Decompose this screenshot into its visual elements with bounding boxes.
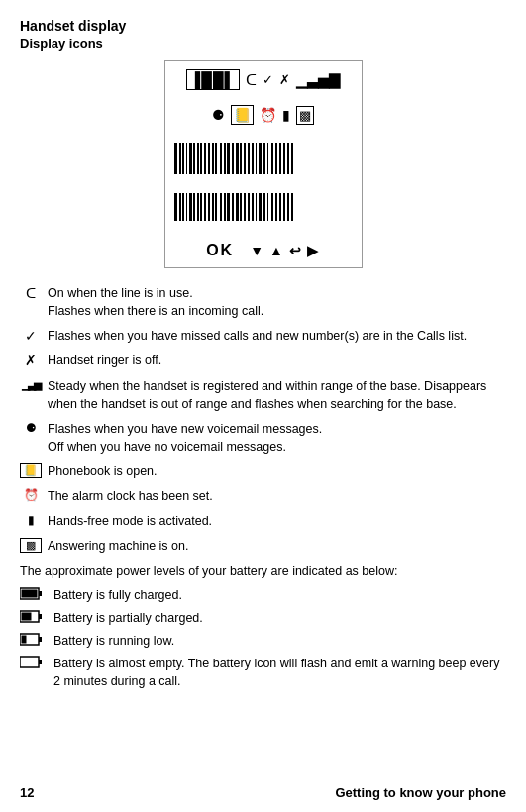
battery-partial-text: Battery is partially charged. bbox=[53, 609, 203, 627]
battery-row-empty: Battery is almost empty. The battery ico… bbox=[20, 655, 506, 690]
alarm-icon: ⏰ bbox=[260, 107, 276, 123]
desc-row-signal: ▁▃▅ Steady when the handset is registere… bbox=[20, 377, 506, 413]
svg-rect-9 bbox=[20, 657, 39, 667]
check-icon: ✓ bbox=[263, 72, 273, 87]
battery-empty-text: Battery is almost empty. The battery ico… bbox=[53, 655, 506, 690]
desc-ringer-icon: ✗ bbox=[20, 353, 42, 368]
nav-right-icon: ▶ bbox=[307, 243, 320, 258]
desc-row-answering: ▩ Answering machine is on. bbox=[20, 537, 506, 555]
desc-row-alarm: ⏰ The alarm clock has been set. bbox=[20, 487, 506, 505]
desc-handsfree-text: Hands-free mode is activated. bbox=[48, 512, 506, 530]
battery-row-partial: Battery is partially charged. bbox=[20, 609, 506, 627]
nav-down-icon: ▼ bbox=[250, 243, 265, 258]
icon-row-1: ▐██▌ ᑕ ✓ ✗ ▁▃▅▇ bbox=[186, 69, 341, 90]
ok-nav-row: OK ▼ ▲ ↩ ▶ bbox=[206, 242, 320, 259]
sub-heading: Display icons bbox=[20, 36, 506, 51]
desc-phone-text: On when the line is in use.Flashes when … bbox=[48, 284, 506, 320]
svg-rect-8 bbox=[22, 635, 27, 643]
answering-machine-icon: ▩ bbox=[296, 106, 314, 125]
battery-low-icon bbox=[20, 633, 48, 649]
desc-voicemail-icon: ⚈ bbox=[20, 421, 42, 435]
barcode-1 bbox=[174, 143, 353, 174]
desc-phonebook-text: Phonebook is open. bbox=[48, 462, 506, 480]
nav-arrows: ▼ ▲ ↩ ▶ bbox=[250, 243, 320, 258]
desc-phonebook-icon: 📒 bbox=[20, 463, 42, 478]
battery-full-icon bbox=[20, 587, 48, 603]
icon-row-2: ⚈ 📒 ⏰ ▮ ▩ bbox=[212, 105, 314, 125]
barcode-2 bbox=[174, 193, 353, 221]
svg-rect-1 bbox=[39, 591, 42, 596]
desc-signal-icon: ▁▃▅ bbox=[20, 378, 42, 391]
icon-descriptions: ᑕ On when the line is in use.Flashes whe… bbox=[20, 284, 506, 556]
battery-empty-icon bbox=[20, 656, 48, 671]
battery-intro-text: The approximate power levels of your bat… bbox=[20, 562, 506, 580]
desc-answering-text: Answering machine is on. bbox=[48, 537, 506, 555]
svg-rect-2 bbox=[22, 589, 38, 597]
battery-full-text: Battery is fully charged. bbox=[53, 586, 182, 604]
svg-rect-5 bbox=[22, 612, 32, 620]
battery-low-text: Battery is running low. bbox=[53, 632, 174, 650]
svg-rect-7 bbox=[39, 637, 42, 642]
signal-bars-icon: ▁▃▅▇ bbox=[296, 71, 340, 89]
desc-row-phonebook: 📒 Phonebook is open. bbox=[20, 462, 506, 480]
voicemail-icon: ⚈ bbox=[212, 107, 225, 123]
desc-row-handsfree: ▮ Hands-free mode is activated. bbox=[20, 512, 506, 530]
svg-rect-4 bbox=[39, 614, 42, 619]
battery-section: The approximate power levels of your bat… bbox=[20, 562, 506, 691]
desc-row-ringer: ✗ Handset ringer is off. bbox=[20, 352, 506, 369]
phone-icon: ᑕ bbox=[246, 71, 257, 89]
phonebook-icon: 📒 bbox=[231, 105, 254, 125]
desc-row-check: ✓ Flashes when you have missed calls and… bbox=[20, 327, 506, 345]
battery-row-full: Battery is fully charged. bbox=[20, 586, 506, 604]
desc-alarm-icon: ⏰ bbox=[20, 488, 42, 502]
nav-up-icon: ▲ bbox=[269, 243, 285, 258]
page-footer: 12 Getting to know your phone bbox=[20, 785, 506, 800]
ringer-off-icon: ✗ bbox=[279, 72, 290, 87]
main-heading: Handset display bbox=[20, 18, 506, 34]
desc-check-text: Flashes when you have missed calls and n… bbox=[48, 327, 506, 345]
handset-display-image: ▐██▌ ᑕ ✓ ✗ ▁▃▅▇ ⚈ 📒 ⏰ ▮ ▩ bbox=[164, 60, 363, 268]
footer-section-title: Getting to know your phone bbox=[335, 785, 506, 800]
battery-row-low: Battery is running low. bbox=[20, 632, 506, 650]
desc-phone-icon: ᑕ bbox=[20, 285, 42, 301]
desc-check-icon: ✓ bbox=[20, 328, 42, 344]
desc-row-voicemail: ⚈ Flashes when you have new voicemail me… bbox=[20, 420, 506, 456]
battery-status-icon: ▐██▌ bbox=[186, 69, 241, 90]
page-content: Handset display Display icons ▐██▌ ᑕ ✓ ✗… bbox=[0, 0, 526, 735]
desc-answering-icon: ▩ bbox=[20, 538, 42, 553]
desc-alarm-text: The alarm clock has been set. bbox=[48, 487, 506, 505]
ok-label: OK bbox=[206, 242, 234, 259]
desc-ringer-text: Handset ringer is off. bbox=[48, 352, 506, 369]
nav-back-icon: ↩ bbox=[289, 243, 303, 258]
footer-page-number: 12 bbox=[20, 785, 34, 800]
battery-partial-icon bbox=[20, 610, 48, 626]
desc-voicemail-text: Flashes when you have new voicemail mess… bbox=[48, 420, 506, 456]
desc-row-phone: ᑕ On when the line is in use.Flashes whe… bbox=[20, 284, 506, 320]
svg-rect-10 bbox=[39, 660, 42, 664]
handsfree-icon: ▮ bbox=[282, 107, 290, 123]
desc-signal-text: Steady when the handset is registered an… bbox=[48, 377, 506, 413]
desc-handsfree-icon: ▮ bbox=[20, 513, 42, 527]
